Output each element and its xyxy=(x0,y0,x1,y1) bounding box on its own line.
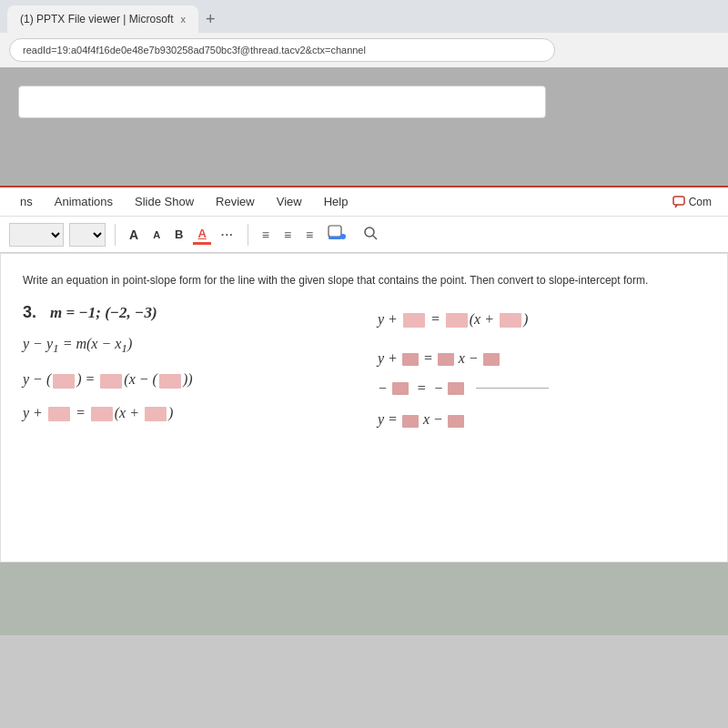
ribbon-menu: ns Animations Slide Show Review View Hel… xyxy=(0,186,728,217)
blank-4 xyxy=(48,407,70,421)
font-size-increase-button[interactable]: A xyxy=(125,226,143,244)
browser-chrome: (1) PPTX File viewer | Microsoft x + rea… xyxy=(0,0,728,67)
font-color-button[interactable]: A xyxy=(193,225,210,245)
r-blank-4 xyxy=(402,353,419,366)
ribbon-menu-right: Com xyxy=(665,192,719,212)
color-picker-button[interactable] xyxy=(323,223,350,247)
font-size-decrease-button[interactable]: A xyxy=(148,228,165,242)
right-formula-3: y = x − xyxy=(378,407,705,433)
blank-5 xyxy=(91,407,113,421)
r-blank-9 xyxy=(402,415,419,428)
right-formula-2: y + = x − xyxy=(378,346,705,372)
address-bar[interactable]: readId=19:a04f4f16de0e48e7b930258ad750bc… xyxy=(9,38,555,62)
problem-text: m = −1; (−2, −3) xyxy=(50,304,157,321)
ribbon-item-help[interactable]: Help xyxy=(313,189,359,214)
gray-area xyxy=(0,67,728,186)
list-button-2[interactable]: ≡ xyxy=(279,226,296,244)
ribbon-item-animations[interactable]: Animations xyxy=(44,189,124,214)
search-button[interactable] xyxy=(356,224,385,246)
active-tab[interactable]: (1) PPTX File viewer | Microsoft x xyxy=(7,5,198,33)
address-text: readId=19:a04f4f16de0e48e7b930258ad750bc… xyxy=(23,45,366,56)
tab-bar: (1) PPTX File viewer | Microsoft x + xyxy=(0,0,728,33)
ribbon-toolbar: A A B A ··· ≡ ≡ ≡ xyxy=(0,217,728,253)
ribbon-item-ns[interactable]: ns xyxy=(9,189,44,214)
list-indent-button[interactable]: ≡ xyxy=(301,226,318,244)
ribbon-item-view[interactable]: View xyxy=(266,189,313,214)
r-blank-7 xyxy=(392,382,409,395)
blank-2 xyxy=(100,374,122,389)
left-formula-2: y − () = (x − ()) xyxy=(23,367,350,393)
toolbar-separator-1 xyxy=(115,224,116,246)
blank-6 xyxy=(145,407,167,421)
font-family-select[interactable] xyxy=(9,223,64,247)
svg-rect-0 xyxy=(673,197,684,205)
r-blank-10 xyxy=(448,415,464,428)
left-formula-3: y + = (x + ) xyxy=(23,400,350,427)
toolbar-separator-2 xyxy=(248,224,248,246)
slide-body: 3. m = −1; (−2, −3) y − y1 = m(x − x1) y… xyxy=(23,303,705,437)
svg-line-5 xyxy=(373,236,377,239)
problem-title: 3. m = −1; (−2, −3) xyxy=(23,303,350,322)
slide-instruction: Write an equation in point-slope form fo… xyxy=(23,272,705,288)
left-column: 3. m = −1; (−2, −3) y − y1 = m(x − x1) y… xyxy=(23,303,350,437)
blank-3 xyxy=(159,374,181,389)
svg-point-3 xyxy=(340,234,346,239)
svg-rect-2 xyxy=(329,237,341,239)
new-tab-button[interactable]: + xyxy=(198,10,223,29)
search-icon xyxy=(363,226,378,240)
comment-icon xyxy=(672,196,685,208)
tab-title: (1) PPTX File viewer | Microsoft xyxy=(20,13,173,25)
font-size-select[interactable] xyxy=(69,223,106,247)
r-blank-1 xyxy=(403,313,425,328)
slide-content: Write an equation in point-slope form fo… xyxy=(0,253,728,562)
r-blank-3 xyxy=(500,313,521,328)
right-formula-1: y + = (x + ) xyxy=(378,307,705,333)
ribbon-item-review[interactable]: Review xyxy=(205,189,266,214)
right-formula-divider: − = − xyxy=(378,376,705,402)
problem-number: 3. xyxy=(23,303,36,321)
list-button-1[interactable]: ≡ xyxy=(258,226,274,244)
bold-button[interactable]: B xyxy=(170,226,187,243)
r-blank-2 xyxy=(446,313,468,328)
right-column: y + = (x + ) y + = x − − = − y = x − xyxy=(378,303,705,437)
r-blank-5 xyxy=(438,353,454,366)
search-bar-container[interactable] xyxy=(18,86,546,118)
comment-button[interactable]: Com xyxy=(665,192,719,212)
blank-1 xyxy=(53,374,75,389)
tab-close-button[interactable]: x xyxy=(180,14,186,25)
r-blank-6 xyxy=(483,353,500,366)
svg-rect-1 xyxy=(329,226,341,237)
office-app: ns Animations Slide Show Review View Hel… xyxy=(0,186,728,253)
comment-label: Com xyxy=(689,196,712,208)
svg-point-4 xyxy=(365,228,374,237)
gray-bottom-area xyxy=(0,562,728,635)
left-formula-1: y − y1 = m(x − x1) xyxy=(23,331,350,359)
address-bar-row: readId=19:a04f4f16de0e48e7b930258ad750bc… xyxy=(0,33,728,67)
ribbon-item-slideshow[interactable]: Slide Show xyxy=(124,189,205,214)
r-blank-8 xyxy=(448,382,464,395)
color-bucket-icon xyxy=(328,225,346,241)
more-button[interactable]: ··· xyxy=(217,226,238,243)
